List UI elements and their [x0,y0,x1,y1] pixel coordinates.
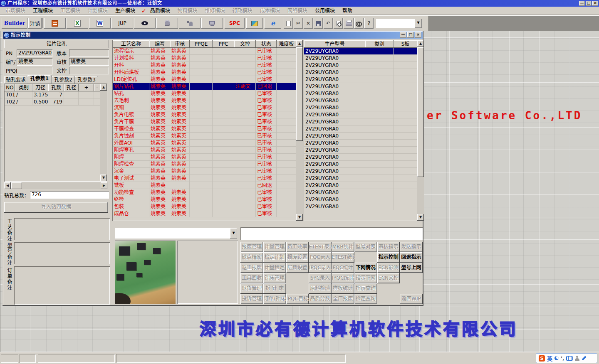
order-notes-field[interactable] [14,266,110,305]
settings-wrench-icon[interactable] [582,356,587,360]
menu-item-成本模块[interactable]: 成本模块 [256,7,284,15]
scroll-down-icon[interactable]: ▼ [100,175,107,181]
action-button-订单/针床[interactable]: 订单/针床 [263,294,286,304]
toolbar-combobox[interactable]: ▼ [376,19,422,28]
help-button[interactable]: ? [364,18,374,29]
menu-item-工艺模块[interactable]: 工艺模块 [57,7,84,15]
menu-item-公用模块[interactable]: 公用模块 [311,7,339,15]
column-header[interactable]: 工艺名称 [113,40,149,48]
version-field[interactable] [69,49,109,57]
fullhalf-moon-icon[interactable] [554,356,559,360]
action-button-IPQC目标[interactable]: IPQC目标 [286,294,309,304]
table-row[interactable]: 2V29UYGRA0 [304,104,424,111]
scrollbar-thumb[interactable] [11,182,22,189]
column-header[interactable]: 审核 [170,40,190,48]
table-row[interactable]: 2V29UYGRA0 [304,55,424,62]
action-button-报废设置[interactable]: 报废设置 [286,252,309,263]
table-row[interactable]: 流程指示姚素英姚素英已审核 [113,48,303,55]
language-indicator[interactable]: 英 [547,354,552,362]
sogou-icon[interactable]: S [539,355,545,362]
scrollbar-thumb[interactable] [417,47,424,177]
pn-field[interactable]: 2V29UYGRA0 [17,49,52,57]
dialog-maximize-button[interactable]: □ [407,32,414,38]
cut-button[interactable]: ✂ [294,18,303,29]
scroll-left-icon[interactable]: ◀ [4,182,11,189]
action-button-ETEST统计[interactable]: ETEST统计 [332,252,354,263]
column-header[interactable]: 孔数 [48,84,64,91]
table-row[interactable]: 2V29UYGRA0 [304,90,424,97]
model-vscrollbar[interactable]: ▲ ▼ [417,40,424,221]
column-header[interactable]: PPC [213,40,234,48]
menu-item-行政模块[interactable]: 行政模块 [229,7,256,15]
action-button-返工报废[interactable]: 返工报废 [240,263,263,273]
table-row[interactable]: 2V29UYGRA0 [304,69,424,76]
scroll-down-icon[interactable]: ▼ [417,214,424,221]
action-button-投诉管理[interactable]: 投诉管理 [240,294,263,304]
dialog-minimize-button[interactable]: — [400,32,406,38]
action-button-ECN文控[interactable]: ECN文控 [377,273,400,283]
table-row[interactable]: 电子测试姚素英姚素英已审核 [113,175,303,182]
model-notes-field[interactable] [14,242,110,264]
column-header[interactable]: 状态 [256,40,277,48]
action-button-发送指示[interactable]: 发送指示 [400,242,423,252]
table-row[interactable]: 2V29UYGRA0 [304,182,424,189]
column-header[interactable]: 类别 [365,40,394,48]
toolbar-combobox-dropdown[interactable]: ▼ [415,19,422,28]
menu-item-品质模块[interactable]: 品质模块 [146,7,174,15]
tab-钻孔要求[interactable]: 钻孔要求 [4,76,27,84]
table-row[interactable]: 2V29UYGRA0 [304,140,424,147]
action-button-拆 针 床[interactable]: 拆 针 床 [263,283,286,294]
scroll-right-icon[interactable]: ▶ [101,182,107,189]
table-row[interactable]: 2V29UYGRA0 [304,76,424,83]
menu-item-物料模块[interactable]: 物料模块 [174,7,201,15]
action-button-层数设置[interactable]: 层数设置 [286,263,309,273]
table-row[interactable]: 阻焊姚素英姚素英已审核 [113,154,303,161]
scroll-up-icon[interactable]: ▲ [417,40,424,47]
undo-button[interactable]: ↶ [324,18,333,29]
table-row[interactable]: 2V29UYGRA0 [304,147,424,154]
action-button-指示下网[interactable]: 指示下网 [354,273,377,283]
drill-hscrollbar[interactable]: ◀ ▶ [4,182,107,189]
tab-孔参数2[interactable]: 孔参数2 [52,76,75,84]
action-button-回退指示[interactable]: 回退指示 [400,252,423,263]
table-row[interactable]: 功能检查姚素英姚素英已审核 [113,189,303,196]
punctuation-icon[interactable]: ’, [561,356,564,361]
table-row[interactable]: 开料后烘板姚素英姚素英已审核 [113,69,303,76]
table-row[interactable]: 2V29UYGRA0 [304,48,424,55]
table-row[interactable]: 计划投料姚素英姚素英已审核 [113,55,303,62]
table-row[interactable]: T01/3.1757 [5,91,107,98]
table-row[interactable]: 去毛刺姚素英姚素英已审核 [113,97,303,104]
action-button-指示查询[interactable]: 指示查询 [354,283,377,294]
table-row[interactable]: 2V29UYGRA0 [304,62,424,69]
new-button[interactable] [284,18,293,29]
column-header[interactable]: 难度板 [277,40,296,48]
action-button-原料检验[interactable]: 原料检验 [309,283,332,294]
action-button-型号对照[interactable]: 型号对照 [354,242,377,252]
action-button-FQC录入[interactable]: FQC录入 [309,252,332,263]
action-button-MRB统计[interactable]: MRB统计 [332,242,354,252]
table-row[interactable]: 2V29UYGRA0 [304,83,424,90]
table-row[interactable]: 2V29UYGRA0 [304,203,424,210]
menu-item-维修模块[interactable]: 维修模块 [201,7,229,15]
table-row[interactable]: 2V29UYGRA0 [304,118,424,125]
ppqe-field[interactable] [17,67,52,74]
column-header[interactable]: 类别 [15,84,32,91]
tab-孔参数3[interactable]: 孔参数3 [75,76,98,84]
drill-total-field[interactable]: 726 [30,191,109,199]
report-button[interactable] [44,18,66,29]
column-header[interactable]: 生产型号 [304,40,365,48]
users-button[interactable] [179,18,200,29]
table-row[interactable]: 2V29UYGRA0 [304,125,424,133]
column-header[interactable]: NO [5,84,15,91]
import-drill-data-button[interactable]: 导入钻刀数据 [4,202,108,213]
table-row[interactable]: 负片蚀刻姚素英姚素英已审核 [113,133,303,140]
database-button[interactable] [156,18,178,29]
mail-button[interactable] [246,18,263,29]
action-button-品质分数[interactable]: 品质分数 [309,294,332,304]
table-row[interactable]: 铝片钻孔姚素英姚素英汪朝文已回退 [113,83,303,90]
tab-孔参数1[interactable]: 孔参数1 [27,75,52,84]
column-header[interactable]: 编写 [149,40,170,48]
column-header[interactable]: 孔径 [64,84,79,91]
table-row[interactable]: 阻焊检查姚素英姚素英已审核 [113,161,303,168]
menu-item-工程模块[interactable]: 工程模块 [29,7,57,15]
